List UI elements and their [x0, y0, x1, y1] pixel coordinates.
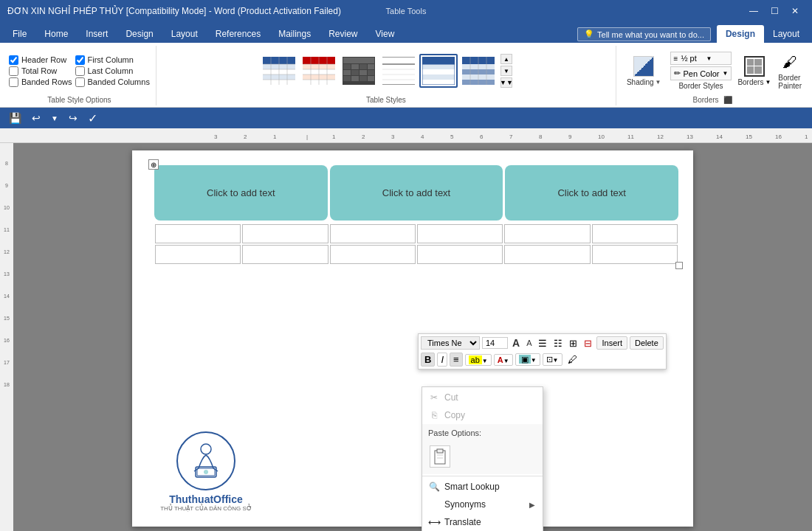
scroll-down-button[interactable]: ▼ [500, 66, 512, 76]
border-painter-button[interactable]: 🖌 BorderPainter [777, 50, 803, 91]
cm-translate[interactable]: ⟷ Translate [422, 513, 543, 531]
body-cell-2-2[interactable] [242, 245, 328, 264]
last-column-checkbox[interactable] [75, 66, 85, 76]
header-row-checkbox[interactable] [9, 55, 18, 65]
save-quick-button[interactable]: 💾 [6, 111, 24, 125]
shading-button[interactable]: Shading ▼ [622, 53, 666, 89]
toolbar-eraser-button[interactable]: 🖊 [565, 353, 580, 366]
table-move-handle[interactable]: ⊕ [148, 159, 159, 170]
banded-rows-checkbox[interactable] [9, 77, 18, 87]
checkbox-first-column[interactable]: First Column [75, 55, 150, 65]
highlight-button[interactable]: ab▼ [465, 354, 492, 366]
font-selector[interactable]: Times Ne [421, 336, 480, 350]
table-style-4[interactable] [379, 54, 418, 88]
toolbar-row-2: B I ≡ ab▼ A▼ ▣▼ ⊡▼ 🖊 [421, 353, 664, 367]
italic-button[interactable]: I [437, 353, 447, 367]
tab-home[interactable]: Home [35, 25, 77, 43]
checkbox-banded-columns[interactable]: Banded Columns [75, 77, 150, 87]
customize-qa-button[interactable]: ✓ [85, 110, 100, 127]
font-color-button[interactable]: A▼ [494, 354, 513, 366]
body-cell-1-3[interactable] [330, 224, 416, 243]
banded-columns-checkbox[interactable] [75, 77, 85, 87]
body-cell-1-4[interactable] [417, 224, 503, 243]
scroll-up-button[interactable]: ▲ [500, 54, 512, 64]
tab-view[interactable]: View [367, 25, 404, 43]
tab-table-design[interactable]: Design [717, 25, 764, 43]
checkbox-banded-rows[interactable]: Banded Rows [9, 77, 72, 87]
header-cell-1[interactable]: Click to add text [154, 165, 328, 221]
borders-button[interactable]: Borders ▼ [736, 55, 772, 88]
list-numbered-button[interactable]: ☷ [551, 337, 565, 350]
table-style-options-content: Header Row Total Row Banded Rows First C… [9, 47, 150, 94]
canvas-area[interactable]: Click to add text Click to add text Clic… [13, 143, 812, 531]
body-cell-1-2[interactable] [242, 224, 328, 243]
tell-me-box[interactable]: 💡 Tell me what you want to do... [577, 27, 711, 41]
cm-cut[interactable]: ✂ Cut [422, 389, 543, 406]
svg-text:4: 4 [421, 133, 424, 140]
cm-smart-lookup[interactable]: 🔍 Smart Lookup [422, 478, 543, 496]
borders-button-group: Borders ▼ [736, 55, 772, 88]
body-cell-1-1[interactable] [155, 224, 241, 243]
tab-references[interactable]: References [207, 25, 269, 43]
body-cell-2-3[interactable] [330, 245, 416, 264]
total-row-checkbox[interactable] [9, 66, 18, 76]
body-cell-2-5[interactable] [504, 245, 590, 264]
maximize-button[interactable]: ☐ [765, 4, 784, 18]
undo-dropdown-button[interactable]: ▼ [48, 113, 61, 124]
align-button[interactable]: ≡ [450, 353, 463, 367]
table-eraser-icon[interactable]: ⊟ [582, 337, 594, 350]
table-resize-handle[interactable] [675, 262, 683, 269]
first-column-checkbox[interactable] [75, 55, 85, 65]
minimize-button[interactable]: — [744, 4, 763, 18]
bold-button[interactable]: B [421, 353, 435, 367]
scroll-expand-button[interactable]: ▼▼ [500, 77, 512, 88]
vertical-ruler: 8 9 10 11 12 13 14 15 16 17 18 [0, 143, 13, 531]
tab-table-layout[interactable]: Layout [764, 25, 808, 43]
pen-size-control[interactable]: ≡ ½ pt ▼ [670, 52, 732, 65]
pen-color-control[interactable]: ✏ Pen Color ▼ [670, 66, 732, 80]
checkbox-last-column[interactable]: Last Column [75, 66, 150, 76]
border-button[interactable]: ⊡▼ [543, 353, 562, 366]
body-cell-1-6[interactable] [592, 224, 678, 243]
cm-copy[interactable]: ⎘ Copy [422, 406, 543, 424]
svg-text:9: 9 [568, 133, 572, 140]
table-style-1[interactable] [260, 54, 298, 88]
close-button[interactable]: ✕ [785, 4, 805, 18]
table-style-6[interactable] [459, 54, 498, 88]
body-cell-1-5[interactable] [504, 224, 590, 243]
tab-insert[interactable]: Insert [77, 25, 117, 43]
tab-file[interactable]: File [4, 25, 35, 43]
borders-expand-icon[interactable]: ⬛ [723, 96, 732, 104]
font-shrink-button[interactable]: A [524, 338, 534, 348]
delete-button[interactable]: Delete [630, 336, 664, 350]
list-bullets-button[interactable]: ☰ [536, 337, 549, 350]
header-cell-2[interactable]: Click to add text [330, 165, 503, 221]
svg-text:3: 3 [391, 133, 395, 140]
tab-review[interactable]: Review [320, 25, 366, 43]
table-style-5[interactable] [419, 54, 458, 88]
tab-design-doc[interactable]: Design [117, 25, 162, 43]
font-grow-button[interactable]: A [510, 336, 522, 350]
checkbox-header-row[interactable]: Header Row [9, 55, 72, 65]
tab-layout-doc[interactable]: Layout [162, 25, 207, 43]
pen-color-dropdown: ▼ [722, 70, 728, 77]
font-size-input[interactable] [482, 337, 508, 349]
shading-color-button[interactable]: ▣▼ [515, 353, 540, 366]
body-cell-2-1[interactable] [155, 245, 241, 264]
svg-text:16: 16 [775, 133, 782, 140]
redo-button[interactable]: ↪ [66, 111, 80, 125]
svg-rect-85 [0, 143, 13, 531]
insert-button[interactable]: Insert [596, 336, 627, 350]
horizontal-ruler: 3 2 1 | 1 2 3 4 5 6 7 8 9 10 11 12 13 14… [0, 128, 812, 143]
body-cell-2-6[interactable] [592, 245, 678, 264]
paste-icon-1[interactable] [430, 445, 450, 468]
header-cell-3[interactable]: Click to add text [505, 165, 678, 221]
cm-synonyms[interactable]: Synonyms ▶ [422, 496, 543, 513]
table-grid-icon[interactable]: ⊞ [567, 337, 579, 350]
body-cell-2-4[interactable] [417, 245, 503, 264]
checkbox-total-row[interactable]: Total Row [9, 66, 72, 76]
table-style-2[interactable] [300, 54, 338, 88]
tab-mailings[interactable]: Mailings [269, 25, 320, 43]
undo-button[interactable]: ↩ [29, 111, 44, 125]
table-style-3[interactable] [340, 54, 378, 88]
